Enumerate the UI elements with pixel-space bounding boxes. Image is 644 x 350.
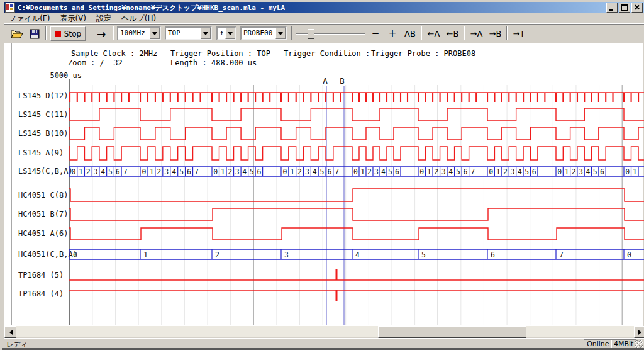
dropdown-arrow-icon bbox=[203, 32, 208, 38]
header-trigger-probe: Trigger Probe : PROBE08 bbox=[371, 49, 475, 58]
header-trigger-position: Trigger Position : TOP bbox=[170, 49, 270, 58]
right-arrow-icon bbox=[638, 330, 644, 335]
set-marker-a-button[interactable]: →A bbox=[468, 26, 485, 40]
trigger-position-value: TOP bbox=[166, 28, 201, 39]
open-folder-icon bbox=[11, 29, 23, 39]
status-bar: レディ Online 4MBit bbox=[4, 338, 644, 349]
save-button[interactable] bbox=[26, 26, 42, 41]
minimize-button[interactable] bbox=[606, 3, 618, 13]
sample-clock-combo[interactable]: 100MHz bbox=[117, 26, 161, 40]
goto-marker-a-button[interactable]: ←A bbox=[425, 26, 442, 40]
trigger-edge-combo[interactable]: ↑ bbox=[216, 26, 236, 40]
maximize-button[interactable] bbox=[619, 3, 630, 13]
zoom-in-button[interactable]: + bbox=[386, 26, 399, 40]
app-icon[interactable] bbox=[5, 3, 15, 13]
maximize-icon bbox=[621, 4, 628, 11]
dropdown-arrow-icon bbox=[228, 32, 233, 38]
zoom-slider[interactable] bbox=[296, 29, 365, 39]
minimize-icon bbox=[609, 9, 613, 11]
waveform-panel bbox=[4, 43, 643, 326]
scroll-right-button[interactable] bbox=[634, 326, 644, 338]
dropdown-arrow-icon bbox=[152, 32, 157, 38]
trigger-position-combo[interactable]: TOP bbox=[165, 26, 212, 40]
stop-icon bbox=[55, 31, 61, 37]
run-arrow-icon: → bbox=[97, 28, 106, 40]
zoom-out-button[interactable]: − bbox=[369, 26, 382, 40]
dropdown-arrow-icon bbox=[278, 32, 283, 38]
title-bar: C:¥Documents and Settings¥noname¥デスクトップ¥… bbox=[4, 2, 644, 13]
open-file-button[interactable] bbox=[9, 26, 25, 41]
trigger-probe-value: PROBE00 bbox=[242, 28, 275, 39]
toolbar: Stop → 100MHz TOP ↑ PROBE00 − + AB ←A bbox=[4, 23, 644, 43]
set-marker-b-button[interactable]: →B bbox=[487, 26, 504, 40]
stop-button[interactable]: Stop bbox=[50, 26, 86, 41]
stop-label: Stop bbox=[64, 30, 81, 38]
app-window: C:¥Documents and Settings¥noname¥デスクトップ¥… bbox=[0, 0, 644, 350]
floppy-icon bbox=[30, 29, 40, 39]
menu-item-settings[interactable]: 設定 bbox=[91, 13, 116, 24]
panel-splitter[interactable] bbox=[11, 43, 14, 325]
header-sample-clock: Sample Clock : 2MHz bbox=[71, 49, 157, 58]
header-length: Length : 488.000 us bbox=[170, 59, 257, 67]
window-title: C:¥Documents and Settings¥noname¥デスクトップ¥… bbox=[18, 3, 285, 13]
trigger-probe-combo[interactable]: PROBE00 bbox=[240, 26, 287, 40]
goto-trigger-button[interactable]: →T bbox=[511, 26, 527, 40]
left-arrow-icon bbox=[7, 330, 13, 335]
trigger-edge-value: ↑ bbox=[218, 28, 225, 39]
menu-item-file[interactable]: ファイル(F) bbox=[4, 13, 55, 24]
slider-thumb[interactable] bbox=[308, 29, 314, 39]
h-scrollbar[interactable] bbox=[4, 326, 644, 337]
header-trigger-condition: Trigger Condition : ↓ bbox=[284, 49, 379, 58]
close-button[interactable] bbox=[631, 3, 643, 13]
menu-item-help[interactable]: ヘルプ(H) bbox=[116, 13, 161, 24]
ab-button[interactable]: AB bbox=[402, 26, 418, 40]
goto-marker-b-button[interactable]: ←B bbox=[444, 26, 461, 40]
resize-grip[interactable] bbox=[635, 340, 643, 348]
menu-bar: ファイル(F) 表示(V) 設定 ヘルプ(H) bbox=[4, 13, 644, 23]
scroll-left-button[interactable] bbox=[4, 326, 16, 338]
menu-item-view[interactable]: 表示(V) bbox=[55, 13, 91, 24]
sample-clock-value: 100MHz bbox=[118, 28, 150, 39]
run-button[interactable]: → bbox=[92, 26, 111, 41]
header-zoom: Zoom : / 32 bbox=[68, 59, 123, 67]
scrollbar-thumb[interactable] bbox=[378, 326, 526, 338]
